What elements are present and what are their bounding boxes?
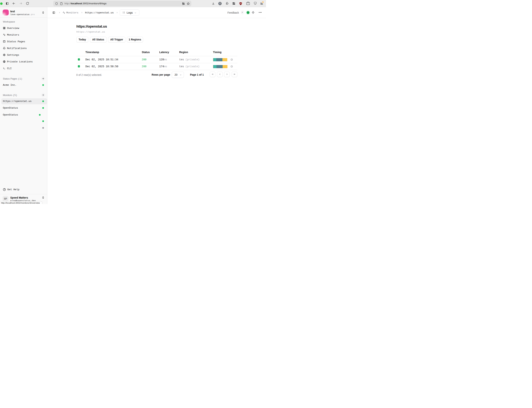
svg-text:uO: uO [240, 3, 242, 4]
